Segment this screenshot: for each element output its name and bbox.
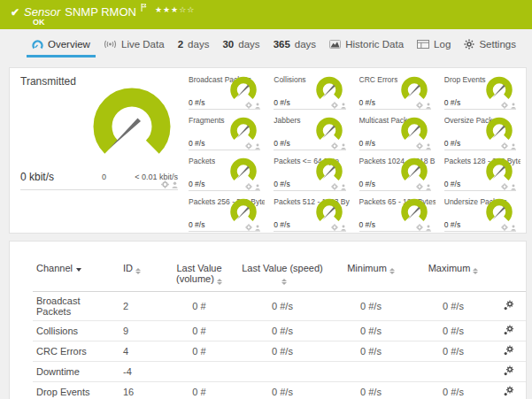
sensor-header: ✔ Sensor SNMP RMON ★★★☆☆ OK [0,0,532,29]
gauge-settings-gear-icon[interactable] [245,142,252,150]
tab-label: Log [434,39,451,50]
gauge-settings-gear-icon[interactable] [416,142,423,150]
gauge-user-icon[interactable] [511,184,516,190]
gauge-settings-gear-icon[interactable] [331,183,338,190]
header-id[interactable]: ID [120,263,160,292]
gauge-settings-gear-icon[interactable] [331,224,338,231]
mini-gauge-value: 0 #/s [274,139,289,148]
cell-maximum: 0 #/s [415,382,491,399]
cell-last-speed: 0 #/s [238,382,327,399]
mini-gauge-packets-65-127[interactable]: Packets 65 - 127 Bytes 0 #/s [354,195,439,235]
tab-2-days[interactable]: 2 days [173,29,215,59]
mini-gauge-broadcast-packets[interactable]: Broadcast Packets 0 #/s [183,73,268,113]
gauge-settings-gear-icon[interactable] [416,224,423,231]
gauge-settings-gear-icon[interactable] [501,102,508,109]
tab-bar: Overview Live Data 2 days 30 days 365 da… [27,29,521,59]
gauge-user-icon[interactable] [255,143,260,150]
gauge-settings-gear-icon[interactable] [245,224,252,231]
flag-icon[interactable] [141,0,147,15]
cell-id: 4 [120,341,160,362]
mini-gauge-oversize-packets[interactable]: Oversize Packets 0 #/s [439,113,524,154]
gauge-user-icon[interactable] [255,184,260,190]
priority-stars[interactable]: ★★★☆☆ [155,5,195,14]
tab-log[interactable]: Log [412,29,456,59]
channel-settings-gear-icon[interactable] [503,345,514,356]
tab-label: Settings [479,39,516,50]
cell-last-speed: 0 #/s [238,341,327,362]
gauge-settings-gear-icon[interactable] [331,142,338,150]
channel-settings-gear-icon[interactable] [503,365,514,376]
gauge-settings-gear-icon[interactable] [245,183,252,190]
gauge-user-icon[interactable] [511,143,516,150]
gauge-user-icon[interactable] [172,181,178,188]
mini-gauge-value: 0 #/s [274,180,289,188]
tab-number: 30 [222,39,234,50]
tab-overview[interactable]: Overview [27,29,96,59]
sort-desc-icon [76,268,81,272]
mini-gauge-crc-errors[interactable]: CRC Errors 0 #/s [354,73,439,113]
tab-365-days[interactable]: 365 days [268,29,321,59]
cell-minimum: 0 #/s [327,321,415,341]
gauge-settings-gear-icon[interactable] [245,102,252,109]
gauge-settings-gear-icon[interactable] [501,224,508,231]
gauge-settings-gear-icon[interactable] [416,102,423,109]
gauge-user-icon[interactable] [341,184,346,190]
cell-minimum: 0 #/s [327,341,415,362]
mini-gauge-value: 0 #/s [189,220,204,229]
gauge-user-icon[interactable] [426,184,431,190]
gauge-settings-gear-icon[interactable] [331,102,338,109]
gauge-user-icon[interactable] [426,225,431,231]
gauge-user-icon[interactable] [426,103,431,109]
channel-settings-gear-icon[interactable] [503,325,514,335]
gauge-user-icon[interactable] [341,225,346,231]
gauge-user-icon[interactable] [341,103,346,109]
table-row: Collisions 9 0 # 0 #/s 0 #/s 0 #/s [33,321,526,341]
channel-table-panel: Channel ID Last Value (volume) Last Valu… [9,241,527,399]
gauge-user-icon[interactable] [341,143,346,150]
header-channel[interactable]: Channel [33,263,120,292]
mini-gauge-value: 0 #/s [444,180,460,188]
mini-gauge-fragments[interactable]: Fragments 0 #/s [183,113,268,154]
tab-30-days[interactable]: 30 days [217,29,265,59]
cell-last-volume: 0 # [160,321,238,341]
header-maximum[interactable]: Maximum [415,263,491,292]
tab-live-data[interactable]: Live Data [98,29,170,59]
gauge-user-icon[interactable] [426,143,431,150]
gauge-user-icon[interactable] [255,225,260,231]
gauge-settings-gear-icon[interactable] [501,183,508,190]
tab-settings[interactable]: Settings [459,29,521,59]
gauge-user-icon[interactable] [511,103,516,109]
status-badge: OK [33,18,45,27]
header-last-value-volume[interactable]: Last Value (volume) [160,263,238,292]
mini-gauge-packets-256-511[interactable]: Packets 256 - 511 Bytes 0 #/s [183,195,268,235]
header-minimum[interactable]: Minimum [327,263,415,292]
gear-icon [464,39,474,50]
gauge-settings-gear-icon[interactable] [416,183,423,190]
mini-gauge-jabbers[interactable]: Jabbers 0 #/s [268,113,353,154]
gauge-user-icon[interactable] [255,103,260,109]
gauge-settings-gear-icon[interactable] [501,142,508,150]
mini-gauge-packets-64-byte[interactable]: Packets <= 64 Byte 0 #/s [268,154,353,195]
mini-gauge-drop-events[interactable]: Drop Events 0 #/s [439,73,524,113]
sort-both-icon [473,268,478,274]
mini-gauge-value: 0 #/s [274,220,289,229]
mini-gauge-packets-128-255[interactable]: Packets 128 - 255 Bytes 0 #/s [439,154,524,195]
mini-gauge-packets-1024-1518[interactable]: Packets 1024 - 1518 B... 0 #/s [354,154,439,195]
mini-gauge-packets-512-1023[interactable]: Packets 512 - 1023 Byt... 0 #/s [268,195,353,235]
tab-label: Historic Data [345,39,404,50]
gauge-settings-gear-icon[interactable] [161,180,169,188]
header-last-value-speed[interactable]: Last Value (speed) [238,263,327,292]
gauge-user-icon[interactable] [511,225,516,231]
mini-gauge-collisions[interactable]: Collisions 0 #/s [268,73,353,113]
tab-historic-data[interactable]: Historic Data [324,29,409,59]
channel-settings-gear-icon[interactable] [503,386,514,396]
sort-both-icon [281,279,287,285]
main-gauge-min-label: 0 [102,173,106,181]
mini-gauge-packets[interactable]: Packets 0 #/s [183,154,268,195]
channel-settings-gear-icon[interactable] [503,300,514,311]
mini-gauge-undersize-packets[interactable]: Undersize Packets 0 #/s [439,195,524,235]
main-gauge-title: Transmitted [20,75,76,88]
cell-last-speed: 0 #/s [238,292,327,321]
mini-gauge-multicast-packets[interactable]: Multicast Packets 0 #/s [354,113,439,154]
main-gauge-transmitted[interactable]: Transmitted 0 kbit/s 0 < 0.01 kbit/s [10,68,183,233]
